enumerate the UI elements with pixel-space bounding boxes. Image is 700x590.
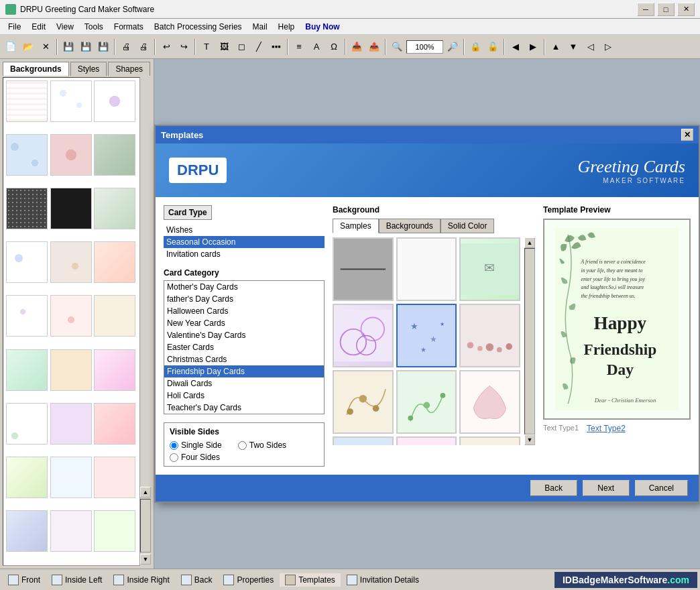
status-back[interactable]: Back [176, 573, 218, 587]
bg-scroll-down[interactable]: ▼ [524, 434, 535, 445]
list-item[interactable]: ✉ [459, 237, 520, 301]
save3-button[interactable]: 💾 [95, 39, 111, 55]
list-item[interactable] [396, 237, 457, 301]
list-item[interactable] [6, 349, 48, 391]
cat-holi[interactable]: Holi Cards [164, 390, 324, 402]
down-button[interactable]: ▼ [565, 39, 581, 55]
list-item[interactable] [6, 403, 48, 445]
list-item[interactable] [459, 304, 520, 367]
cat-mothers[interactable]: Mother's Day Cards [164, 281, 324, 293]
status-front[interactable]: Front [3, 573, 46, 587]
card-type-invitation[interactable]: Invitation cards [164, 248, 325, 260]
list-item[interactable] [6, 295, 48, 337]
list-item[interactable] [94, 457, 135, 498]
list-item[interactable] [94, 295, 135, 337]
menu-edit[interactable]: Edit [26, 21, 51, 33]
status-properties[interactable]: Properties [218, 573, 279, 587]
menu-mail[interactable]: Mail [247, 21, 273, 33]
image-button[interactable]: 🖼 [216, 39, 232, 55]
menu-formats[interactable]: Formats [109, 21, 149, 33]
cat-diwali[interactable]: Diwali Cards [164, 377, 324, 390]
radio-single[interactable]: Single Side [170, 440, 222, 450]
back-nav-button[interactable]: ◀ [508, 39, 524, 55]
list-item[interactable] [6, 80, 48, 122]
tab-solid-color[interactable]: Solid Color [441, 219, 495, 233]
shape-button[interactable]: ◻ [233, 39, 249, 55]
zoom-in-btn[interactable]: 🔎 [445, 39, 461, 55]
menu-file[interactable]: File [3, 21, 26, 33]
status-invitation[interactable]: Invitation Details [341, 573, 424, 587]
minimize-button[interactable]: ─ [637, 3, 654, 16]
list-item[interactable] [50, 510, 92, 552]
radio-four-input[interactable] [170, 453, 178, 462]
print-button[interactable]: 🖨 [118, 39, 134, 55]
list-item[interactable] [333, 237, 394, 301]
undo-button[interactable]: ↩ [158, 39, 174, 55]
extra1-button[interactable]: ◁ [583, 39, 599, 55]
list-item[interactable] [6, 134, 48, 176]
menu-help[interactable]: Help [273, 21, 300, 33]
list-item[interactable] [333, 436, 394, 445]
barcode-button[interactable]: ▪▪▪ [268, 39, 284, 55]
menu-view[interactable]: View [51, 21, 79, 33]
list-item[interactable] [6, 188, 48, 229]
tab-styles[interactable]: Styles [70, 62, 107, 76]
zoom-out-btn[interactable]: 🔍 [389, 39, 405, 55]
list-item[interactable] [94, 349, 135, 391]
line-button[interactable]: ╱ [251, 39, 267, 55]
tab-samples[interactable]: Samples [333, 219, 379, 233]
list-item[interactable] [396, 436, 457, 445]
cat-valentine[interactable]: Valentine's Day Cards [164, 329, 324, 341]
list-item[interactable] [50, 134, 92, 176]
cat-friendship[interactable]: Friendship Day Cards [164, 365, 324, 377]
text-type2[interactable]: Text Type2 [587, 424, 626, 433]
up-button[interactable]: ▲ [548, 39, 564, 55]
list-item[interactable] [94, 134, 135, 176]
dialog-close-button[interactable]: ✕ [681, 129, 693, 141]
list-item[interactable] [6, 241, 48, 283]
fwd-nav-button[interactable]: ▶ [525, 39, 541, 55]
list-item[interactable] [50, 403, 92, 445]
list-item[interactable] [333, 370, 394, 434]
list-item[interactable]: ★ ★ ★ ★ [396, 304, 457, 367]
list-item[interactable] [396, 370, 457, 434]
next-button[interactable]: Next [583, 480, 630, 496]
cat-fathers[interactable]: father's Day Cards [164, 293, 324, 305]
zoom-input[interactable]: 100% [406, 40, 443, 54]
close-doc-button[interactable]: ✕ [38, 39, 54, 55]
card-type-wishes[interactable]: Wishes [164, 224, 325, 236]
list-item[interactable] [50, 188, 92, 229]
save-button[interactable]: 💾 [60, 39, 76, 55]
menu-tools[interactable]: Tools [79, 21, 109, 33]
extra2-button[interactable]: ▷ [600, 39, 616, 55]
list-item[interactable] [94, 80, 135, 122]
text-type1[interactable]: Text Type1 [543, 424, 579, 433]
list-item[interactable] [94, 403, 135, 445]
new-button[interactable]: 📄 [3, 39, 19, 55]
tab-backgrounds[interactable]: Backgrounds [379, 219, 441, 233]
font-button[interactable]: A [308, 39, 325, 55]
list-item[interactable] [50, 295, 92, 337]
redo-button[interactable]: ↪ [176, 39, 192, 55]
back-button[interactable]: Back [530, 480, 577, 496]
menu-buynow[interactable]: Buy Now [300, 21, 345, 33]
cat-easter[interactable]: Easter Cards [164, 341, 324, 353]
scroll-down-button[interactable]: ▼ [140, 554, 151, 565]
menu-batch[interactable]: Batch Processing Series [149, 21, 247, 33]
list-item[interactable] [50, 80, 92, 122]
list-item[interactable] [94, 510, 135, 552]
tab-backgrounds[interactable]: Backgrounds [3, 62, 69, 76]
cat-christmas[interactable]: Christmas Cards [164, 353, 324, 365]
symbol-button[interactable]: Ω [326, 39, 342, 55]
lock-button[interactable]: 🔒 [467, 39, 483, 55]
import-button[interactable]: 📥 [349, 39, 365, 55]
list-item[interactable] [94, 241, 135, 283]
open-button[interactable]: 📂 [20, 39, 36, 55]
list-item[interactable] [459, 370, 520, 434]
maximize-button[interactable]: □ [657, 3, 675, 16]
list-item[interactable] [6, 457, 48, 498]
radio-four[interactable]: Four Sides [170, 453, 318, 462]
list-item[interactable] [6, 510, 48, 552]
close-button[interactable]: ✕ [677, 3, 695, 16]
list-item[interactable] [50, 457, 92, 498]
